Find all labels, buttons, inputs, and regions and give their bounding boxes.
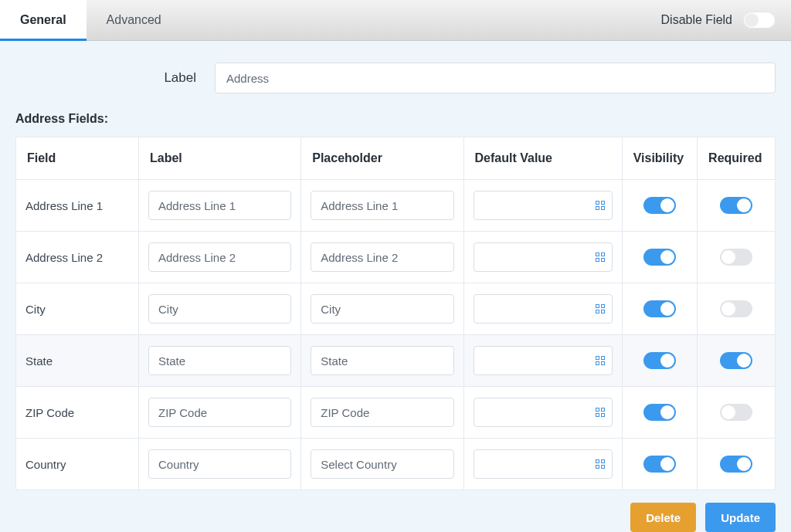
grid-icon[interactable] — [596, 252, 605, 262]
row-placeholder-input[interactable] — [311, 449, 453, 479]
field-name-cell: ZIP Code — [16, 387, 139, 439]
grid-icon[interactable] — [596, 201, 605, 210]
table-row: City — [16, 283, 775, 335]
col-visibility: Visibility — [623, 137, 698, 180]
visibility-toggle[interactable] — [643, 249, 676, 266]
row-default-input[interactable] — [474, 242, 613, 272]
table-row: Address Line 2 — [16, 232, 775, 283]
row-default-input[interactable] — [474, 398, 613, 427]
grid-icon[interactable] — [596, 459, 605, 469]
row-placeholder-input[interactable] — [311, 398, 453, 427]
row-placeholder-input[interactable] — [311, 346, 453, 375]
grid-icon[interactable] — [596, 408, 605, 417]
visibility-toggle[interactable] — [643, 300, 676, 317]
required-toggle[interactable] — [720, 352, 752, 369]
row-default-input[interactable] — [474, 191, 613, 220]
required-toggle[interactable] — [720, 404, 752, 421]
row-placeholder-input[interactable] — [311, 242, 453, 272]
tab-bar: General Advanced Disable Field — [0, 0, 791, 41]
tab-general[interactable]: General — [0, 0, 87, 40]
required-toggle[interactable] — [720, 300, 752, 317]
visibility-toggle[interactable] — [643, 404, 676, 421]
row-placeholder-input[interactable] — [311, 191, 453, 220]
label-field-label: Label — [15, 70, 201, 86]
visibility-toggle[interactable] — [643, 456, 676, 473]
update-button[interactable]: Update — [705, 503, 776, 532]
field-name-cell: Country — [16, 439, 139, 490]
delete-button[interactable]: Delete — [630, 503, 696, 532]
table-row: ZIP Code — [16, 387, 775, 439]
required-toggle[interactable] — [720, 249, 752, 266]
visibility-toggle[interactable] — [643, 197, 676, 214]
content-area: Label Address Fields: Field Label Placeh… — [0, 41, 791, 532]
row-label-input[interactable] — [148, 191, 291, 220]
table-row: Address Line 1 — [16, 180, 775, 232]
row-default-input[interactable] — [474, 449, 613, 479]
col-field: Field — [16, 137, 139, 180]
row-placeholder-input[interactable] — [311, 294, 453, 324]
row-label-input[interactable] — [148, 346, 291, 375]
grid-icon[interactable] — [596, 356, 605, 365]
tab-advanced[interactable]: Advanced — [87, 0, 182, 40]
visibility-toggle[interactable] — [643, 352, 676, 369]
section-title: Address Fields: — [15, 112, 776, 126]
row-default-input[interactable] — [474, 294, 613, 324]
required-toggle[interactable] — [720, 456, 752, 473]
col-label: Label — [139, 137, 301, 180]
table-row: Country — [16, 439, 775, 490]
row-label-input[interactable] — [148, 242, 291, 272]
field-name-cell: Address Line 2 — [16, 232, 139, 283]
field-name-cell: Address Line 1 — [16, 180, 139, 232]
table-row: State — [16, 335, 775, 387]
address-fields-table: Field Label Placeholder Default Value Vi… — [15, 137, 776, 490]
field-name-cell: State — [16, 335, 139, 387]
row-default-input[interactable] — [474, 346, 613, 375]
row-label-input[interactable] — [148, 449, 291, 479]
label-input[interactable] — [215, 63, 776, 93]
grid-icon[interactable] — [596, 304, 605, 313]
disable-field-label: Disable Field — [661, 13, 732, 27]
col-required: Required — [698, 137, 775, 180]
disable-field-toggle[interactable] — [743, 12, 776, 29]
col-placeholder: Placeholder — [301, 137, 463, 180]
row-label-input[interactable] — [148, 294, 291, 324]
field-name-cell: City — [16, 283, 139, 335]
col-default: Default Value — [464, 137, 623, 180]
row-label-input[interactable] — [148, 398, 291, 427]
required-toggle[interactable] — [720, 197, 752, 214]
